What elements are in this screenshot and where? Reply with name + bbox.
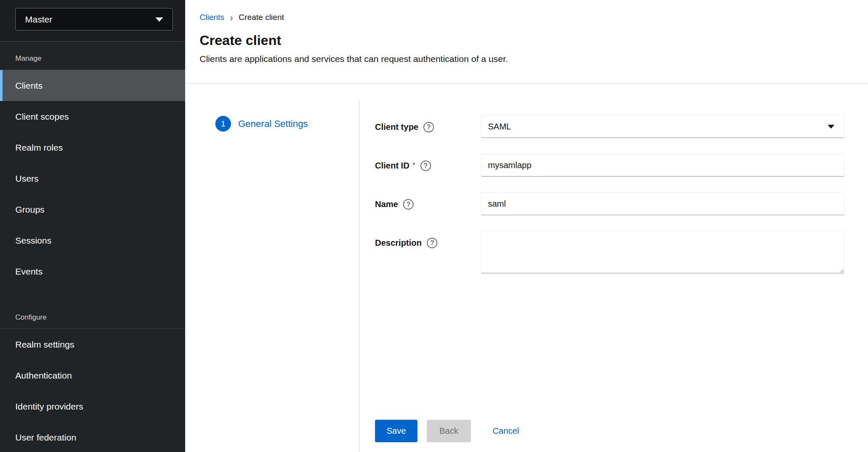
cancel-button[interactable]: Cancel [493, 420, 519, 442]
client-type-row: Client type ? SAML [375, 115, 844, 138]
realm-selector-area: Master [0, 0, 185, 42]
client-id-help-icon[interactable]: ? [420, 160, 431, 171]
sidebar-item-users[interactable]: Users [0, 163, 185, 194]
main-content: Clients › Create client Create client Cl… [185, 0, 868, 452]
nav-section-manage: Manage Clients Client scopes Realm roles… [0, 42, 185, 287]
nav-section-configure: Configure Realm settings Authentication … [0, 287, 185, 452]
form-actions: Save Back Cancel [375, 420, 844, 442]
sidebar-item-realm-settings[interactable]: Realm settings [0, 329, 185, 360]
general-settings-form: Client type ? SAML Client ID * ? [360, 84, 868, 452]
client-type-help-icon[interactable]: ? [423, 122, 434, 132]
client-id-input[interactable] [481, 154, 844, 177]
description-label: Description [375, 237, 422, 248]
name-row: Name ? [375, 192, 844, 215]
sidebar-item-realm-roles[interactable]: Realm roles [0, 132, 185, 163]
client-id-control [481, 154, 844, 177]
sidebar-item-clients[interactable]: Clients [0, 70, 185, 101]
back-button[interactable]: Back [427, 420, 471, 442]
required-asterisk: * [412, 160, 415, 171]
description-help-icon[interactable]: ? [427, 238, 437, 248]
client-id-label: Client ID [375, 160, 409, 171]
sidebar: Master Manage Clients Client scopes Real… [0, 0, 185, 452]
step-number-badge: 1 [215, 116, 231, 132]
sidebar-item-identity-providers[interactable]: Identity providers [0, 391, 185, 422]
wizard-step-general-settings[interactable]: 1 General Settings [215, 116, 359, 132]
client-type-select-value: SAML [488, 122, 511, 132]
caret-down-icon [828, 125, 834, 129]
client-type-label: Client type [375, 121, 418, 132]
client-type-select[interactable]: SAML [481, 115, 844, 138]
sidebar-item-user-federation[interactable]: User federation [0, 422, 185, 452]
description-textarea[interactable] [481, 231, 844, 273]
client-type-label-col: Client type ? [375, 115, 481, 138]
name-control [481, 192, 844, 215]
page-header: Clients › Create client Create client Cl… [185, 0, 868, 84]
sidebar-item-client-scopes[interactable]: Client scopes [0, 101, 185, 132]
sidebar-item-events[interactable]: Events [0, 256, 185, 287]
nav-section-title-configure: Configure [0, 287, 185, 328]
sidebar-nav: Manage Clients Client scopes Realm roles… [0, 42, 185, 452]
breadcrumb-current: Create client [239, 13, 284, 22]
client-id-label-col: Client ID * ? [375, 154, 481, 177]
realm-selector[interactable]: Master [15, 8, 173, 31]
breadcrumb-link-clients[interactable]: Clients [200, 13, 224, 22]
name-label: Name [375, 199, 398, 210]
client-id-row: Client ID * ? [375, 154, 844, 177]
name-input[interactable] [481, 192, 844, 215]
description-label-col: Description ? [375, 231, 481, 273]
name-label-col: Name ? [375, 192, 481, 215]
wizard-step-label: General Settings [238, 118, 308, 129]
sidebar-item-sessions[interactable]: Sessions [0, 225, 185, 256]
nav-section-title-manage: Manage [0, 42, 185, 70]
description-row: Description ? [375, 231, 844, 273]
realm-selector-label: Master [25, 14, 52, 25]
page-title: Create client [200, 33, 844, 48]
create-client-wizard: 1 General Settings Client type ? SAML [185, 84, 868, 452]
sidebar-item-groups[interactable]: Groups [0, 194, 185, 225]
sidebar-item-authentication[interactable]: Authentication [0, 360, 185, 391]
chevron-right-icon: › [230, 14, 233, 22]
breadcrumb: Clients › Create client [200, 13, 844, 22]
chevron-down-icon [155, 17, 163, 22]
client-type-control: SAML [481, 115, 844, 138]
description-control [481, 231, 844, 273]
page-description: Clients are applications and services th… [200, 54, 844, 64]
wizard-steps-nav: 1 General Settings [185, 101, 360, 452]
name-help-icon[interactable]: ? [403, 199, 414, 210]
save-button[interactable]: Save [375, 420, 417, 442]
